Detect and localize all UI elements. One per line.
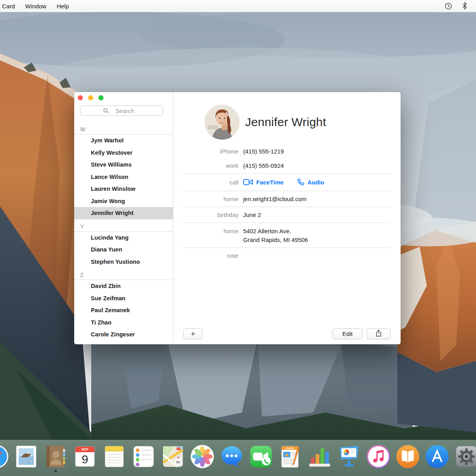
contact-row[interactable]: Jamie Wong: [74, 195, 173, 207]
contacts-window: W Jym Warhol Kelly Westover Steve Willia…: [74, 92, 401, 344]
dock-icon-mail[interactable]: [14, 444, 38, 469]
contact-row[interactable]: Carole Zingeser: [74, 328, 173, 341]
dock-icon-calendar[interactable]: SEP 9: [73, 444, 97, 469]
facetime-camera-icon: [243, 179, 253, 185]
menu-items: Card Window Help: [0, 0, 74, 12]
field-iphone: iPhone (415) 555-1219: [183, 144, 390, 159]
dock-icon-facetime[interactable]: [249, 444, 273, 469]
dock-icon-numbers[interactable]: [307, 444, 332, 469]
contact-row[interactable]: Sue Zeifman: [74, 292, 173, 305]
contact-row[interactable]: Lance Wilson: [74, 171, 173, 183]
zoom-button[interactable]: [98, 95, 104, 100]
dock-icon-maps[interactable]: 3D: [161, 444, 185, 469]
field-label: birthday: [183, 211, 238, 219]
running-indicator: [43, 470, 68, 472]
dock-icon-photos[interactable]: [190, 444, 215, 469]
field-value: (415) 555-1219: [243, 148, 284, 155]
contact-row[interactable]: David Zbin: [74, 280, 173, 292]
address-line-2: Grand Rapids, MI 49506: [243, 236, 308, 244]
contact-row[interactable]: Steve Williams: [74, 159, 173, 171]
svg-text:PAGES: PAGES: [286, 447, 294, 449]
phone-handset-icon: [297, 178, 304, 186]
field-label: home: [183, 195, 238, 203]
edit-button[interactable]: Edit: [332, 328, 363, 339]
address-line-1: 5402 Allerton Ave.: [243, 227, 308, 235]
add-contact-button[interactable]: +: [183, 328, 203, 339]
field-note: note: [183, 248, 390, 264]
share-icon: [376, 330, 382, 338]
field-home-email: home jen.wright1@icloud.com: [183, 191, 390, 207]
time-machine-icon[interactable]: [444, 2, 453, 10]
contact-fields: iPhone (415) 555-1219 work (415) 555-092…: [183, 144, 390, 264]
window-controls: [78, 95, 104, 100]
field-label: home: [183, 227, 238, 235]
contact-row-selected[interactable]: Jennifer Wright: [74, 207, 173, 219]
svg-text:3D: 3D: [176, 460, 180, 464]
contact-list: W Jym Warhol Kelly Westover Steve Willia…: [74, 122, 173, 344]
contact-row[interactable]: Stephen Yustiono: [74, 256, 173, 268]
field-home-address: home 5402 Allerton Ave. Grand Rapids, MI…: [183, 223, 390, 248]
field-value: 5402 Allerton Ave. Grand Rapids, MI 4950…: [243, 227, 308, 244]
menu-help[interactable]: Help: [52, 0, 74, 12]
menu-window[interactable]: Window: [20, 0, 52, 12]
field-label: note: [183, 252, 238, 260]
bluetooth-icon[interactable]: [462, 2, 467, 10]
minimize-button[interactable]: [88, 95, 93, 100]
menu-card[interactable]: Card: [0, 0, 20, 12]
dock-icon-reminders[interactable]: [131, 444, 156, 469]
contact-avatar[interactable]: [205, 105, 240, 140]
contact-row[interactable]: Lucinda Yang: [74, 232, 173, 244]
close-button[interactable]: [78, 95, 83, 100]
dock-icon-messages[interactable]: [219, 444, 244, 469]
field-value: (415) 555-0924: [243, 162, 284, 170]
dock-icon-itunes[interactable]: [366, 444, 391, 469]
audio-label: Audio: [307, 179, 324, 186]
facetime-video-button[interactable]: FaceTime: [243, 179, 284, 186]
contact-row[interactable]: Diana Yuen: [74, 244, 173, 256]
dock-icon-keynote[interactable]: [337, 444, 361, 469]
contact-row[interactable]: Kelly Westover: [74, 147, 173, 159]
contact-name: Jennifer Wright: [245, 115, 326, 129]
menu-bar: Card Window Help: [0, 0, 476, 12]
field-value: June 2: [243, 211, 261, 219]
contact-row[interactable]: Jym Warhol: [74, 134, 173, 147]
facetime-label: FaceTime: [256, 179, 284, 186]
section-letter-z: Z: [74, 270, 173, 280]
dock-icon-pages[interactable]: PAGES: [278, 444, 303, 469]
dock-icon-ibooks[interactable]: [395, 444, 420, 469]
contact-row[interactable]: Paul Zemanek: [74, 304, 173, 317]
dock-icon-contacts[interactable]: [43, 444, 68, 469]
contact-row[interactable]: Lauren Winslow: [74, 183, 173, 195]
contact-row[interactable]: Ti Zhao: [74, 317, 173, 329]
field-label: iPhone: [183, 148, 238, 155]
field-label: call: [183, 178, 238, 186]
dock-icon-system-preferences[interactable]: [454, 444, 476, 469]
dock: SEP 9: [0, 440, 476, 476]
section-letter-w: W: [74, 125, 173, 134]
dock-icon-safari[interactable]: [0, 444, 9, 469]
field-value: jen.wright1@icloud.com: [243, 195, 306, 203]
svg-text:9: 9: [82, 453, 88, 466]
field-work-phone: work (415) 555-0924: [183, 159, 390, 174]
svg-text:SEP: SEP: [81, 447, 88, 451]
section-letter-y: Y: [74, 222, 173, 232]
field-birthday: birthday June 2: [183, 207, 390, 223]
search-input[interactable]: [80, 106, 163, 116]
field-call: call FaceTime: [183, 174, 390, 191]
contact-detail-pane: Jennifer Wright iPhone (415) 555-1219 wo…: [173, 92, 401, 344]
dock-icon-notes[interactable]: [102, 444, 127, 469]
facetime-audio-button[interactable]: Audio: [297, 178, 324, 186]
dock-icon-appstore[interactable]: [425, 444, 449, 469]
contacts-sidebar: W Jym Warhol Kelly Westover Steve Willia…: [74, 92, 173, 344]
field-label: work: [183, 162, 238, 170]
share-button[interactable]: [367, 328, 391, 339]
